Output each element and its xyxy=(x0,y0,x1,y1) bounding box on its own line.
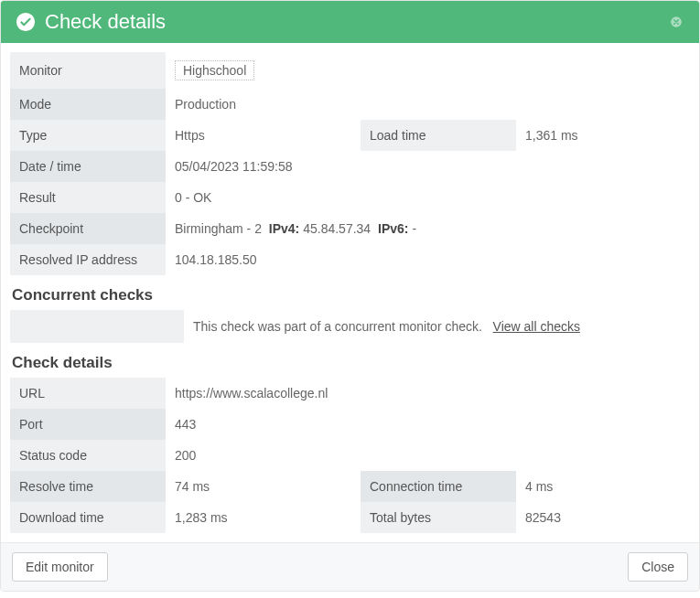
check-details-dialog: Check details Monitor Highschool Mode Pr… xyxy=(0,0,700,592)
checkpoint-label: Checkpoint xyxy=(10,213,166,244)
monitor-chip[interactable]: Highschool xyxy=(175,60,254,80)
resolvedip-label: Resolved IP address xyxy=(10,244,166,275)
resolvetime-label: Resolve time xyxy=(10,471,166,502)
statuscode-value: 200 xyxy=(166,440,690,471)
dialog-footer: Edit monitor Close xyxy=(1,542,699,591)
datetime-value: 05/04/2023 11:59:58 xyxy=(166,151,690,182)
resolvedip-value: 104.18.185.50 xyxy=(166,244,690,275)
dltime-label: Download time xyxy=(10,502,166,533)
ipv4-label: IPv4: xyxy=(269,221,299,236)
conntime-label: Connection time xyxy=(361,471,516,502)
ipv6-label: IPv6: xyxy=(378,221,408,236)
dltime-value: 1,283 ms xyxy=(166,502,361,533)
url-label: URL xyxy=(10,378,166,409)
dialog-title: Check details xyxy=(45,10,659,34)
result-value: 0 - OK xyxy=(166,182,690,213)
dialog-header: Check details xyxy=(1,1,699,43)
summary-table: Monitor Highschool Mode Production Type … xyxy=(10,52,690,275)
concurrent-spacer xyxy=(10,310,184,343)
type-label: Type xyxy=(10,120,166,151)
statuscode-label: Status code xyxy=(10,440,166,471)
resolvetime-value: 74 ms xyxy=(166,471,361,502)
concurrent-row: This check was part of a concurrent moni… xyxy=(10,310,690,343)
mode-label: Mode xyxy=(10,89,166,120)
check-details-title: Check details xyxy=(10,343,690,378)
datetime-label: Date / time xyxy=(10,151,166,182)
checkpoint-location: Birmingham - 2 xyxy=(175,221,262,236)
concurrent-title: Concurrent checks xyxy=(10,275,690,310)
check-details-table: URL https://www.scalacollege.nl Port 443… xyxy=(10,378,690,533)
ipv6-value: - xyxy=(412,221,416,236)
type-value: Https xyxy=(166,120,361,151)
concurrent-text: This check was part of a concurrent moni… xyxy=(193,319,482,334)
port-value: 443 xyxy=(166,409,690,440)
totalbytes-label: Total bytes xyxy=(361,502,516,533)
loadtime-label: Load time xyxy=(361,120,516,151)
monitor-label: Monitor xyxy=(10,52,166,89)
view-all-checks-link[interactable]: View all checks xyxy=(493,319,580,334)
mode-value: Production xyxy=(166,89,690,120)
close-icon[interactable] xyxy=(668,14,684,30)
totalbytes-value: 82543 xyxy=(516,502,690,533)
conntime-value: 4 ms xyxy=(516,471,690,502)
check-circle-icon xyxy=(16,12,36,32)
close-button[interactable]: Close xyxy=(628,552,688,582)
url-value: https://www.scalacollege.nl xyxy=(166,378,690,409)
loadtime-value: 1,361 ms xyxy=(516,120,690,151)
result-label: Result xyxy=(10,182,166,213)
dialog-body: Monitor Highschool Mode Production Type … xyxy=(1,52,699,542)
port-label: Port xyxy=(10,409,166,440)
checkpoint-value: Birmingham - 2 IPv4: 45.84.57.34 IPv6: - xyxy=(166,213,690,244)
edit-monitor-button[interactable]: Edit monitor xyxy=(12,552,108,582)
ipv4-value: 45.84.57.34 xyxy=(303,221,371,236)
